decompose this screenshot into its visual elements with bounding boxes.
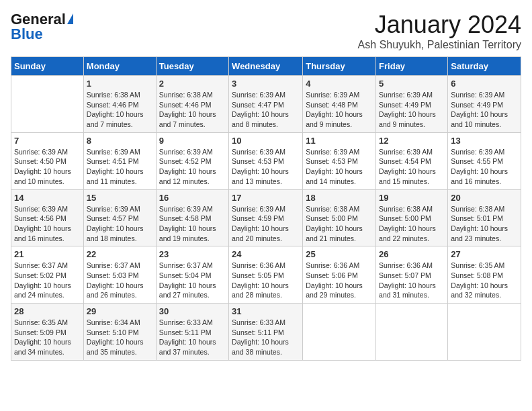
calendar-cell: 27Sunrise: 6:35 AMSunset: 5:08 PMDayligh… <box>448 246 521 304</box>
day-info: Sunrise: 6:39 AMSunset: 4:53 PMDaylight:… <box>232 147 300 187</box>
day-info: Sunrise: 6:39 AMSunset: 4:49 PMDaylight:… <box>379 90 445 130</box>
day-number: 22 <box>87 249 153 259</box>
day-info: Sunrise: 6:39 AMSunset: 4:57 PMDaylight:… <box>87 204 153 244</box>
calendar-week-row: 28Sunrise: 6:35 AMSunset: 5:09 PMDayligh… <box>11 304 521 361</box>
day-header-sunday: Sunday <box>11 57 84 76</box>
calendar-cell: 10Sunrise: 6:39 AMSunset: 4:53 PMDayligh… <box>229 132 303 189</box>
day-number: 9 <box>159 136 226 146</box>
day-info: Sunrise: 6:38 AMSunset: 4:46 PMDaylight:… <box>87 90 153 130</box>
location-title: Ash Shuyukh, Palestinian Territory <box>358 39 521 51</box>
calendar-cell: 2Sunrise: 6:38 AMSunset: 4:46 PMDaylight… <box>156 76 228 133</box>
calendar-cell: 19Sunrise: 6:38 AMSunset: 5:00 PMDayligh… <box>376 189 448 246</box>
day-info: Sunrise: 6:39 AMSunset: 4:51 PMDaylight:… <box>87 147 153 187</box>
day-number: 26 <box>379 249 445 259</box>
day-info: Sunrise: 6:39 AMSunset: 4:59 PMDaylight:… <box>232 204 300 244</box>
day-info: Sunrise: 6:36 AMSunset: 5:07 PMDaylight:… <box>379 261 445 300</box>
day-info: Sunrise: 6:38 AMSunset: 4:46 PMDaylight:… <box>159 90 226 130</box>
calendar-week-row: 7Sunrise: 6:39 AMSunset: 4:50 PMDaylight… <box>11 132 521 189</box>
day-number: 23 <box>159 249 226 259</box>
day-number: 3 <box>232 79 300 89</box>
calendar-cell: 22Sunrise: 6:37 AMSunset: 5:03 PMDayligh… <box>83 246 156 304</box>
calendar-header-row: SundayMondayTuesdayWednesdayThursdayFrid… <box>11 57 521 76</box>
calendar-cell <box>303 304 376 361</box>
calendar-cell: 13Sunrise: 6:39 AMSunset: 4:55 PMDayligh… <box>448 132 521 189</box>
day-info: Sunrise: 6:39 AMSunset: 4:50 PMDaylight:… <box>14 147 81 187</box>
day-number: 28 <box>14 306 81 316</box>
day-number: 20 <box>451 193 518 203</box>
day-info: Sunrise: 6:39 AMSunset: 4:56 PMDaylight:… <box>14 204 81 244</box>
day-info: Sunrise: 6:39 AMSunset: 4:52 PMDaylight:… <box>159 147 226 187</box>
day-number: 17 <box>232 193 300 203</box>
day-number: 14 <box>14 193 81 203</box>
day-info: Sunrise: 6:38 AMSunset: 5:01 PMDaylight:… <box>451 204 518 244</box>
calendar-cell: 29Sunrise: 6:34 AMSunset: 5:10 PMDayligh… <box>83 304 156 361</box>
calendar-cell: 4Sunrise: 6:39 AMSunset: 4:48 PMDaylight… <box>303 76 376 133</box>
day-number: 2 <box>159 79 226 89</box>
calendar-week-row: 14Sunrise: 6:39 AMSunset: 4:56 PMDayligh… <box>11 189 521 246</box>
day-number: 19 <box>379 193 445 203</box>
day-number: 15 <box>87 193 153 203</box>
logo-arrow-icon <box>67 13 73 24</box>
calendar-cell: 7Sunrise: 6:39 AMSunset: 4:50 PMDaylight… <box>11 132 84 189</box>
day-number: 4 <box>306 79 373 89</box>
day-header-monday: Monday <box>83 57 156 76</box>
calendar-cell <box>11 76 84 133</box>
calendar-cell: 16Sunrise: 6:39 AMSunset: 4:58 PMDayligh… <box>156 189 228 246</box>
day-info: Sunrise: 6:38 AMSunset: 5:00 PMDaylight:… <box>379 204 445 244</box>
month-title: January 2024 <box>358 11 521 39</box>
calendar-cell: 6Sunrise: 6:39 AMSunset: 4:49 PMDaylight… <box>448 76 521 133</box>
calendar-cell: 24Sunrise: 6:36 AMSunset: 5:05 PMDayligh… <box>229 246 303 304</box>
calendar-cell <box>448 304 521 361</box>
calendar-cell: 17Sunrise: 6:39 AMSunset: 4:59 PMDayligh… <box>229 189 303 246</box>
calendar-cell: 21Sunrise: 6:37 AMSunset: 5:02 PMDayligh… <box>11 246 84 304</box>
calendar-cell: 28Sunrise: 6:35 AMSunset: 5:09 PMDayligh… <box>11 304 84 361</box>
calendar-cell: 20Sunrise: 6:38 AMSunset: 5:01 PMDayligh… <box>448 189 521 246</box>
day-number: 24 <box>232 249 300 259</box>
day-number: 8 <box>87 136 153 146</box>
day-info: Sunrise: 6:36 AMSunset: 5:05 PMDaylight:… <box>232 261 300 300</box>
day-number: 6 <box>451 79 518 89</box>
day-number: 11 <box>306 136 373 146</box>
day-info: Sunrise: 6:39 AMSunset: 4:47 PMDaylight:… <box>232 90 300 130</box>
day-info: Sunrise: 6:33 AMSunset: 5:11 PMDaylight:… <box>232 318 300 357</box>
calendar-cell: 25Sunrise: 6:36 AMSunset: 5:06 PMDayligh… <box>303 246 376 304</box>
day-info: Sunrise: 6:35 AMSunset: 5:09 PMDaylight:… <box>14 318 81 357</box>
day-info: Sunrise: 6:39 AMSunset: 4:54 PMDaylight:… <box>379 147 445 187</box>
calendar-cell: 15Sunrise: 6:39 AMSunset: 4:57 PMDayligh… <box>83 189 156 246</box>
day-number: 10 <box>232 136 300 146</box>
day-header-wednesday: Wednesday <box>229 57 303 76</box>
calendar-week-row: 1Sunrise: 6:38 AMSunset: 4:46 PMDaylight… <box>11 76 521 133</box>
title-section: January 2024 Ash Shuyukh, Palestinian Te… <box>358 11 521 51</box>
day-info: Sunrise: 6:33 AMSunset: 5:11 PMDaylight:… <box>159 318 226 357</box>
day-info: Sunrise: 6:35 AMSunset: 5:08 PMDaylight:… <box>451 261 518 300</box>
calendar-cell <box>376 304 448 361</box>
calendar-cell: 18Sunrise: 6:38 AMSunset: 5:00 PMDayligh… <box>303 189 376 246</box>
calendar-cell: 5Sunrise: 6:39 AMSunset: 4:49 PMDaylight… <box>376 76 448 133</box>
calendar-cell: 14Sunrise: 6:39 AMSunset: 4:56 PMDayligh… <box>11 189 84 246</box>
day-info: Sunrise: 6:37 AMSunset: 5:03 PMDaylight:… <box>87 261 153 300</box>
calendar-week-row: 21Sunrise: 6:37 AMSunset: 5:02 PMDayligh… <box>11 246 521 304</box>
day-number: 1 <box>87 79 153 89</box>
day-number: 12 <box>379 136 445 146</box>
day-number: 5 <box>379 79 445 89</box>
day-header-thursday: Thursday <box>303 57 376 76</box>
day-number: 21 <box>14 249 81 259</box>
day-info: Sunrise: 6:38 AMSunset: 5:00 PMDaylight:… <box>306 204 373 244</box>
day-header-friday: Friday <box>376 57 448 76</box>
calendar-cell: 1Sunrise: 6:38 AMSunset: 4:46 PMDaylight… <box>83 76 156 133</box>
calendar-cell: 11Sunrise: 6:39 AMSunset: 4:53 PMDayligh… <box>303 132 376 189</box>
calendar-cell: 30Sunrise: 6:33 AMSunset: 5:11 PMDayligh… <box>156 304 228 361</box>
day-header-tuesday: Tuesday <box>156 57 228 76</box>
calendar-cell: 12Sunrise: 6:39 AMSunset: 4:54 PMDayligh… <box>376 132 448 189</box>
day-number: 25 <box>306 249 373 259</box>
calendar-cell: 9Sunrise: 6:39 AMSunset: 4:52 PMDaylight… <box>156 132 228 189</box>
day-number: 30 <box>159 306 226 316</box>
page-header: General Blue January 2024 Ash Shuyukh, P… <box>11 11 521 51</box>
day-info: Sunrise: 6:36 AMSunset: 5:06 PMDaylight:… <box>306 261 373 300</box>
day-number: 16 <box>159 193 226 203</box>
day-number: 29 <box>87 306 153 316</box>
day-number: 18 <box>306 193 373 203</box>
day-number: 27 <box>451 249 518 259</box>
day-header-saturday: Saturday <box>448 57 521 76</box>
logo: General Blue <box>11 11 73 43</box>
